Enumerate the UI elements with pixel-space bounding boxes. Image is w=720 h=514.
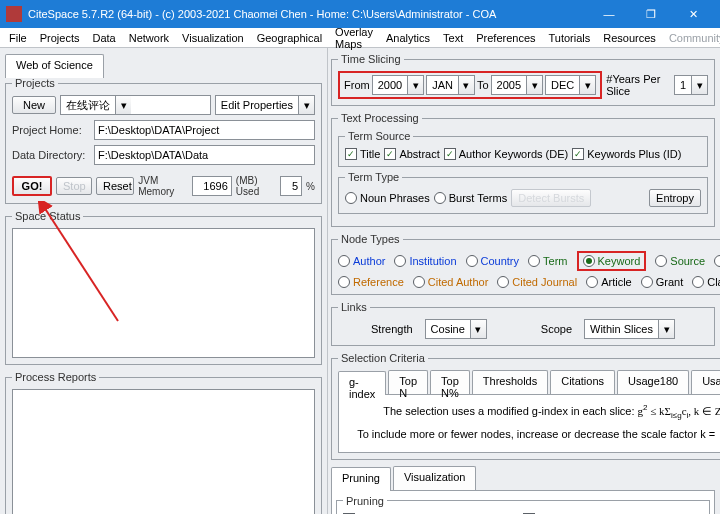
links-legend: Links <box>338 301 370 313</box>
menu-data[interactable]: Data <box>87 32 120 44</box>
selection-tab-body: The selection uses a modified g-index in… <box>338 394 720 453</box>
reference-radio[interactable]: Reference <box>338 276 404 288</box>
title-check[interactable]: Title <box>345 148 380 160</box>
space-status-list[interactable] <box>12 228 315 358</box>
cited-journal-radio[interactable]: Cited Journal <box>497 276 577 288</box>
chevron-down-icon: ▾ <box>115 96 131 114</box>
menu-visualization[interactable]: Visualization <box>177 32 249 44</box>
menu-network[interactable]: Network <box>124 32 174 44</box>
projects-group: Projects New 在线评论 ▾ Edit Properties ▾ Pr… <box>5 77 322 204</box>
jvm-label: JVM Memory <box>138 175 188 197</box>
process-reports-legend: Process Reports <box>12 371 99 383</box>
close-button[interactable]: ✕ <box>672 0 714 28</box>
grant-radio[interactable]: Grant <box>641 276 684 288</box>
menu-geographical[interactable]: Geographical <box>252 32 327 44</box>
years-per-slice-label: #Years Per Slice <box>606 73 670 97</box>
source-radio[interactable]: Source <box>655 255 705 267</box>
term-type-legend: Term Type <box>345 171 402 183</box>
title-bar: CiteSpace 5.7.R2 (64-bit) - (c) 2003-202… <box>0 0 720 28</box>
entropy-button[interactable]: Entropy <box>649 189 701 207</box>
country-radio[interactable]: Country <box>466 255 520 267</box>
data-directory-label: Data Directory: <box>12 149 90 161</box>
institution-radio[interactable]: Institution <box>394 255 456 267</box>
to-year-select[interactable]: 2005▾ <box>491 75 543 95</box>
tab-web-of-science[interactable]: Web of Science <box>5 54 104 78</box>
chevron-down-icon: ▾ <box>298 96 314 114</box>
term-radio[interactable]: Term <box>528 255 567 267</box>
project-value: 在线评论 <box>61 98 115 113</box>
node-types-group: Node Types Author Institution Country Te… <box>331 233 720 295</box>
menu-resources[interactable]: Resources <box>598 32 661 44</box>
term-type-group: Term Type Noun Phrases Burst Terms Detec… <box>338 171 708 214</box>
burst-terms-radio[interactable]: Burst Terms <box>434 192 507 204</box>
g-index-formula: g2 ≤ kΣi≤gci, k ∈ Z+ <box>638 405 720 417</box>
selection-criteria-legend: Selection Criteria <box>338 352 428 364</box>
strength-select[interactable]: Cosine▾ <box>425 319 487 339</box>
keyword-radio[interactable]: Keyword <box>583 255 641 267</box>
tab-g-index[interactable]: g-index <box>338 371 386 395</box>
menu-bar: File Projects Data Network Visualization… <box>0 28 720 48</box>
tab-top-n[interactable]: Top N <box>388 370 428 394</box>
minimize-button[interactable]: — <box>588 0 630 28</box>
process-reports-group: Process Reports <box>5 371 322 514</box>
term-source-legend: Term Source <box>345 130 413 142</box>
jvm-unit: (MB) Used <box>236 175 276 197</box>
tab-top-n-pct[interactable]: Top N% <box>430 370 470 394</box>
pruning-group: Pruning Pathfinder Minimum Spanning Tree… <box>336 495 710 514</box>
menu-preferences[interactable]: Preferences <box>471 32 540 44</box>
tab-usage180[interactable]: Usage180 <box>617 370 689 394</box>
app-icon <box>6 6 22 22</box>
author-keywords-check[interactable]: Author Keywords (DE) <box>444 148 568 160</box>
menu-analytics[interactable]: Analytics <box>381 32 435 44</box>
tab-pruning[interactable]: Pruning <box>331 467 391 491</box>
years-per-slice-select[interactable]: 1▾ <box>674 75 708 95</box>
term-source-group: Term Source Title Abstract Author Keywor… <box>338 130 708 167</box>
project-combo[interactable]: 在线评论 ▾ <box>60 95 211 115</box>
category-radio[interactable]: Category <box>714 255 720 267</box>
window-title: CiteSpace 5.7.R2 (64-bit) - (c) 2003-202… <box>28 8 588 20</box>
selection-text-2: To include more or fewer nodes, increase… <box>357 428 715 440</box>
menu-overlay-maps[interactable]: Overlay Maps <box>330 26 378 50</box>
text-processing-group: Text Processing Term Source Title Abstra… <box>331 112 715 227</box>
space-status-group: Space Status <box>5 210 322 365</box>
tab-thresholds[interactable]: Thresholds <box>472 370 548 394</box>
time-slicing-legend: Time Slicing <box>338 53 404 65</box>
article-radio[interactable]: Article <box>586 276 632 288</box>
tab-visualization[interactable]: Visualization <box>393 466 477 490</box>
time-slicing-group: Time Slicing From 2000▾ JAN▾ To 2005▾ DE… <box>331 53 715 106</box>
reset-button[interactable]: Reset <box>96 177 134 195</box>
noun-phrases-radio[interactable]: Noun Phrases <box>345 192 430 204</box>
to-month-select[interactable]: DEC▾ <box>545 75 596 95</box>
menu-file[interactable]: File <box>4 32 32 44</box>
links-group: Links Strength Cosine▾ Scope Within Slic… <box>331 301 715 346</box>
new-button[interactable]: New <box>12 96 56 114</box>
scope-select[interactable]: Within Slices▾ <box>584 319 675 339</box>
scope-label: Scope <box>541 323 572 335</box>
menu-text[interactable]: Text <box>438 32 468 44</box>
claim-radio[interactable]: Claim <box>692 276 720 288</box>
project-home-field[interactable] <box>94 120 315 140</box>
tab-usage2013[interactable]: Usage2013 <box>691 370 720 394</box>
go-button[interactable]: GO! <box>12 176 52 196</box>
menu-projects[interactable]: Projects <box>35 32 85 44</box>
percent-sign: % <box>306 181 315 192</box>
to-label: To <box>477 79 489 91</box>
maximize-button[interactable]: ❐ <box>630 0 672 28</box>
abstract-check[interactable]: Abstract <box>384 148 439 160</box>
from-label: From <box>344 79 370 91</box>
cited-author-radio[interactable]: Cited Author <box>413 276 489 288</box>
from-year-select[interactable]: 2000▾ <box>372 75 424 95</box>
menu-tutorials[interactable]: Tutorials <box>544 32 596 44</box>
edit-properties-button[interactable]: Edit Properties ▾ <box>215 95 315 115</box>
space-status-legend: Space Status <box>12 210 83 222</box>
tab-citations[interactable]: Citations <box>550 370 615 394</box>
selection-criteria-group: Selection Criteria g-index Top N Top N% … <box>331 352 720 460</box>
jvm-percent-field <box>280 176 302 196</box>
pruning-legend: Pruning <box>343 495 387 507</box>
process-reports-list[interactable] <box>12 389 315 514</box>
keywords-plus-check[interactable]: Keywords Plus (ID) <box>572 148 681 160</box>
from-month-select[interactable]: JAN▾ <box>426 75 475 95</box>
data-directory-field[interactable] <box>94 145 315 165</box>
author-radio[interactable]: Author <box>338 255 385 267</box>
stop-button: Stop <box>56 177 92 195</box>
